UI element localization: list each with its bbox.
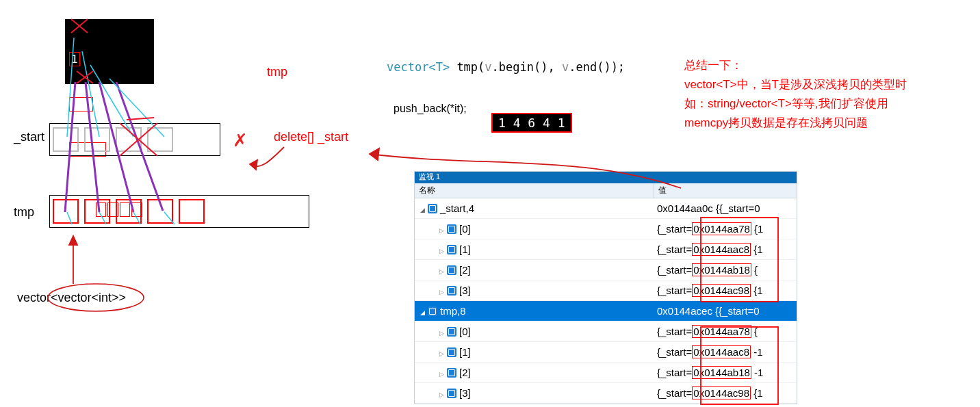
watch-value-cell: {_start=0x0144ab18 -1 [654, 367, 797, 378]
watch-name-text: [0] [459, 326, 471, 337]
watch-name-text: [3] [459, 387, 471, 399]
vecrow-tmp [49, 195, 309, 228]
ptr-address: 0x0144ab18 [692, 366, 751, 379]
variable-icon [447, 327, 456, 337]
code-close: ); [611, 60, 625, 74]
watch-name-cell[interactable]: [3] [420, 387, 654, 399]
variable-icon [447, 286, 456, 296]
summary-l2: vector<T>中，当T是涉及深浅拷贝的类型时 [684, 75, 972, 94]
ptr-address: 0x0144ac98 [692, 386, 751, 399]
watch-value-cell: 0x0144acec {{_start=0 [654, 305, 797, 317]
watch-value-cell: 0x0144aa0c {{_start=0 [654, 202, 797, 214]
expand-closed-icon[interactable] [439, 367, 447, 378]
expand-closed-icon[interactable] [439, 387, 447, 399]
pascal-console: 1 1 1 1 2 1 1431 [65, 19, 154, 84]
label-vector-vector-int: vector<vector<int>> [17, 291, 126, 305]
watch-name-text: [0] [459, 223, 471, 235]
start-cell-2 [116, 127, 142, 152]
ptr-address: 0x0144aac8 [692, 243, 751, 256]
tmp-cell-1 [84, 199, 110, 224]
svg-marker-20 [370, 148, 379, 160]
summary-text: 总结一下： vector<T>中，当T是涉及深浅拷贝的类型时 如：string/… [684, 56, 972, 133]
watch-row-child[interactable]: [1]{_start=0x0144aac8 {1 [415, 239, 797, 260]
expand-closed-icon[interactable] [439, 285, 447, 296]
watch-value-cell: {_start=0x0144ac98 {1 [654, 285, 797, 296]
watch-header-name[interactable]: 名称 [415, 183, 654, 198]
expand-closed-icon[interactable] [439, 264, 447, 276]
ptr-address: 0x0144ac98 [692, 284, 751, 297]
start-cell-3 [147, 127, 173, 152]
watch-header: 名称 值 [415, 183, 797, 198]
start-cell-0 [53, 127, 79, 152]
code-open: ( [478, 60, 485, 74]
variable-icon [447, 245, 456, 254]
watch-name-text: [1] [459, 346, 471, 358]
code-v1: v [485, 60, 491, 74]
watch-name-cell[interactable]: [0] [420, 326, 654, 337]
code-v2: v [562, 60, 569, 74]
watch-row-tmp_8[interactable]: tmp,80x0144acec {{_start=0 [415, 301, 797, 321]
label-delete-start: delete[] _start [274, 130, 348, 144]
label-push-back: push_back(*it); [394, 103, 467, 115]
watch-name-cell[interactable]: tmp,8 [420, 305, 654, 317]
watch-name-text: tmp,8 [440, 305, 466, 317]
watch-row-_start_4[interactable]: _start,40x0144aa0c {{_start=0 [415, 198, 797, 219]
numbox-14641: 1 4 6 4 1 [491, 113, 572, 133]
watch-row-child[interactable]: [2]{_start=0x0144ab18 -1 [415, 363, 797, 383]
watch-row-child[interactable]: [0]{_start=0x0144aa78 { [415, 321, 797, 342]
code-line-vector-tmp: vector<T> tmp(v.begin(), v.end()); [387, 60, 625, 74]
watch-name-text: [3] [459, 285, 471, 296]
watch-name-text: [2] [459, 264, 471, 276]
label-tmp-top: tmp [267, 65, 287, 79]
watch-titlebar[interactable]: 监视 1 [415, 172, 797, 183]
watch-value-cell: {_start=0x0144ac98 {1 [654, 387, 797, 399]
watch-name-cell[interactable]: [0] [420, 223, 654, 235]
tmp-cell-2 [116, 199, 142, 224]
variable-icon [447, 347, 456, 357]
red-x-icon: ✗ [233, 130, 248, 151]
variable-icon [428, 204, 437, 213]
expand-closed-icon[interactable] [439, 346, 447, 358]
variable-icon [447, 265, 456, 275]
watch-name-cell[interactable]: [2] [420, 264, 654, 276]
watch-row-child[interactable]: [1]{_start=0x0144aac8 -1 [415, 342, 797, 363]
variable-icon [447, 224, 456, 234]
variable-icon [428, 306, 437, 316]
watch-row-child[interactable]: [2]{_start=0x0144ab18 { [415, 260, 797, 280]
code-tpl-T: <T> [428, 60, 450, 74]
watch-header-value[interactable]: 值 [654, 183, 797, 198]
code-kw-vector: vector [387, 60, 428, 74]
watch-name-cell[interactable]: [3] [420, 285, 654, 296]
variable-icon [447, 368, 456, 378]
watch-panel[interactable]: 监视 1 名称 值 _start,40x0144aa0c {{_start=0[… [414, 171, 797, 404]
summary-l3: 如：string/vector<T>等等,我们扩容使用 [684, 94, 972, 114]
watch-row-child[interactable]: [0]{_start=0x0144aa78 {1 [415, 219, 797, 239]
vecrow-start [49, 123, 220, 156]
expand-closed-icon[interactable] [439, 223, 447, 235]
watch-name-cell[interactable]: [1] [420, 244, 654, 255]
ptr-address: 0x0144aa78 [692, 325, 751, 338]
expand-open-icon[interactable] [420, 305, 428, 317]
watch-name-cell[interactable]: [1] [420, 346, 654, 358]
code-id-tmp: tmp [450, 60, 478, 74]
tmp-cell-0 [53, 199, 79, 224]
pascal-r1: 1 1 [69, 97, 93, 111]
watch-name-cell[interactable]: [2] [420, 367, 654, 378]
pascal-r0: 1 [69, 52, 80, 66]
code-begin: .begin(), [492, 60, 562, 74]
code-end: .end() [569, 60, 610, 74]
expand-open-icon[interactable] [420, 202, 428, 214]
watch-value-cell: {_start=0x0144aac8 {1 [654, 244, 797, 255]
watch-value-cell: {_start=0x0144aac8 -1 [654, 346, 797, 358]
expand-closed-icon[interactable] [439, 326, 447, 337]
watch-value-cell: {_start=0x0144ab18 { [654, 264, 797, 276]
watch-row-child[interactable]: [3]{_start=0x0144ac98 {1 [415, 383, 797, 404]
watch-name-cell[interactable]: _start,4 [420, 202, 654, 214]
label-start: _start [14, 130, 44, 144]
watch-row-child[interactable]: [3]{_start=0x0144ac98 {1 [415, 280, 797, 301]
watch-name-text: [1] [459, 244, 471, 255]
expand-closed-icon[interactable] [439, 244, 447, 255]
ptr-address: 0x0144aac8 [692, 345, 751, 358]
variable-icon [447, 389, 456, 398]
label-tmp: tmp [14, 205, 34, 220]
